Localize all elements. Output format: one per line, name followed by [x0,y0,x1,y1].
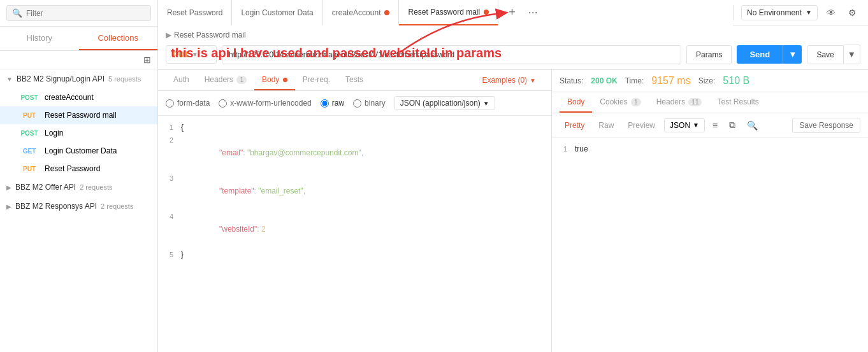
environment-selector[interactable]: No Environment ▼ [741,5,818,20]
chevron-down-icon: ▼ [693,122,699,129]
search-icon: 🔍 [12,8,22,18]
status-badge: 200 OK [591,76,617,85]
search-input[interactable] [26,9,145,18]
list-item[interactable]: GET Login Customer Data [0,142,157,160]
tab-label: Pre-req. [303,75,330,84]
chevron-right-icon: ▶ [6,203,11,210]
format-selector[interactable]: JSON ▼ [664,118,705,132]
eye-icon-button[interactable]: 👁 [823,5,839,20]
option-label: raw [332,99,344,108]
option-label: binary [365,99,386,108]
right-pane: Status: 200 OK Time: 9157 ms Size: 510 B… [552,70,868,352]
headers-count-badge: 11 [688,98,702,106]
binary-option[interactable]: binary [353,99,386,108]
method-selector[interactable]: PUT ▼ [166,45,217,64]
save-dropdown-button[interactable]: ▼ [844,45,860,64]
line-content: "template": "email_reset", [181,172,551,210]
tab-body[interactable]: Body [254,70,295,90]
json-type-label: JSON (application/json) [400,99,481,108]
raw-tab[interactable]: Raw [593,118,619,132]
settings-icon-button[interactable]: ⚙ [844,5,860,20]
size-value: 510 B [723,75,749,87]
send-dropdown-button[interactable]: ▼ [783,45,802,64]
item-label: Reset Password mail [45,111,117,120]
code-line: 3 "template": "email_reset", [158,172,551,210]
resp-tab-cookies[interactable]: Cookies 1 [592,92,648,113]
response-line: 1 true [552,143,868,155]
collection-header-signup[interactable]: ▼ BB2 M2 Signup/Login API 5 requests [0,69,157,88]
line-content: } [181,248,551,261]
send-button-group: Send ▼ [737,45,802,64]
new-tab-button[interactable]: + [505,4,519,20]
collection-header-responsys[interactable]: ▶ BBZ M2 Responsys API 2 requests [0,197,157,216]
save-button[interactable]: Save [807,45,843,64]
tab-reset-password-mail[interactable]: Reset Password mail [399,0,498,25]
collection-badge: 2 requests [101,202,133,210]
form-data-option[interactable]: form-data [166,99,210,108]
tab-dirty-dot [484,10,489,15]
method-badge: PUT [18,165,41,173]
list-item[interactable]: POST createAccount [0,88,157,106]
more-tabs-button[interactable]: ··· [524,4,542,20]
tab-auth[interactable]: Auth [166,70,197,90]
list-item[interactable]: POST Login [0,124,157,142]
list-item[interactable]: PUT Reset Password [0,160,157,178]
collection-header-offer[interactable]: ▶ BBZ M2 Offer API 2 requests [0,178,157,197]
sidebar-content: ▼ BB2 M2 Signup/Login API 5 requests POS… [0,69,157,352]
collection-group-offer: ▶ BBZ M2 Offer API 2 requests [0,178,157,197]
sidebar: 🔍 History Collections ⊞ ▼ BB2 M2 Signup/… [0,0,158,352]
code-line: 1 { [158,121,551,134]
main-area: Reset Password Login Customer Data creat… [158,0,868,352]
tab-label: Body [262,75,279,84]
tab-create-account[interactable]: createAccount [323,0,400,25]
line-number: 1 [552,143,575,155]
response-tabs: Body Cookies 1 Headers 11 Test Results [552,92,868,113]
new-collection-icon[interactable]: ⊞ [143,55,151,65]
tab-collections[interactable]: Collections [79,27,158,50]
url-input[interactable] [222,45,681,64]
params-button[interactable]: Params [686,45,732,64]
urlencoded-option[interactable]: x-www-form-urlencoded [219,99,311,108]
pretty-tab[interactable]: Pretty [560,118,590,132]
wrap-icon-button[interactable]: ≡ [709,118,721,133]
chevron-right-icon: ▶ [166,31,171,39]
tab-headers[interactable]: Headers 1 [197,70,254,90]
resp-tab-body[interactable]: Body [560,92,592,113]
tab-prereq[interactable]: Pre-req. [295,70,338,90]
raw-option[interactable]: raw [321,99,344,108]
code-editor[interactable]: 1 { 2 "email": "bhargav@commercepundit.c… [158,116,551,352]
tab-login-customer-data[interactable]: Login Customer Data [232,0,322,25]
search-icon-button[interactable]: 🔍 [743,118,762,133]
option-label: form-data [177,99,210,108]
send-button[interactable]: Send [737,45,783,64]
copy-icon-button[interactable]: ⧉ [725,117,739,133]
content-area: Auth Headers 1 Body Pre-req. Tests [158,70,868,352]
tab-reset-password[interactable]: Reset Password [158,0,232,25]
code-line: 4 "websiteId": 2 [158,210,551,248]
preview-tab[interactable]: Preview [623,118,660,132]
tab-label: Auth [173,75,189,84]
response-header: Status: 200 OK Time: 9157 ms Size: 510 B [552,70,868,92]
tab-label: Tests [345,75,363,84]
tab-dirty-dot [384,10,389,15]
tab-tests[interactable]: Tests [338,70,371,90]
sidebar-actions: ⊞ [0,51,157,69]
examples-link[interactable]: Examples (0) ▼ [474,72,544,88]
response-content: true [575,143,588,155]
save-response-button[interactable]: Save Response [792,118,860,133]
tab-history[interactable]: History [0,27,79,50]
collection-group-responsys: ▶ BBZ M2 Responsys API 2 requests [0,197,157,216]
time-value: 9157 ms [651,75,690,87]
url-bar: PUT ▼ Params Send ▼ Save ▼ [166,45,860,64]
sidebar-search-area: 🔍 [0,0,157,27]
method-badge: GET [18,147,41,155]
resp-tab-test-results[interactable]: Test Results [709,92,766,113]
search-box[interactable]: 🔍 [6,5,151,21]
item-label: Login Customer Data [45,146,117,155]
list-item[interactable]: PUT Reset Password mail [0,106,157,124]
collection-name: BBZ M2 Offer API [15,183,76,192]
resp-tab-headers[interactable]: Headers 11 [649,92,710,113]
item-label: Reset Password [45,164,100,173]
json-type-selector[interactable]: JSON (application/json) ▼ [394,96,495,110]
response-body: 1 true [552,137,868,352]
